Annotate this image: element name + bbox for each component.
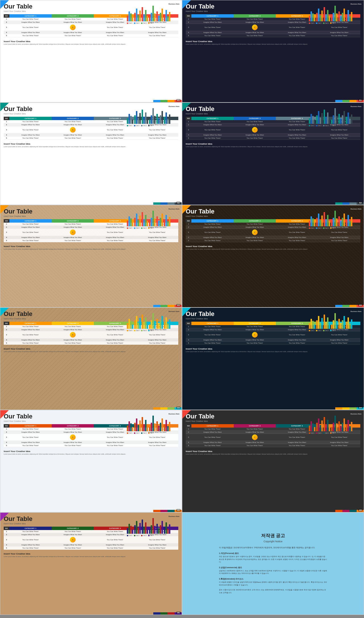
slide-10: Our Table Insert Your Creative Idea Busi… — [182, 410, 364, 512]
footer-text: Lorem ipsum dolor sit amet, consectetur … — [4, 43, 178, 45]
table-row: 5You Can Write There!You Can Write There… — [4, 34, 178, 37]
footer-title: Insert Your Creative Idea — [4, 40, 178, 43]
slides-grid: Our Table Insert Your Creative Idea Busi… — [0, 0, 364, 615]
th-no: NO — [4, 14, 9, 18]
table-row: 4Imagine What You WantImagine What You W… — [4, 31, 178, 34]
table-row: 4Imagine What You WantImagine What You W… — [186, 441, 360, 444]
slide-6: Our Table Insert Your Creative Idea Busi… — [182, 205, 364, 307]
th-cat2: CATEGORY 2 — [52, 14, 94, 18]
table-row: 4Imagine What You WantImagine What You W… — [186, 134, 360, 137]
slide-1: Our Table Insert Your Creative Idea Busi… — [0, 0, 182, 102]
table-row: 3You Can Write There!CYou Can Write Ther… — [4, 536, 178, 543]
th-cat1: CATEGORY 1 — [9, 14, 52, 18]
page-number: 01 — [176, 99, 181, 102]
table-row: 5You Can Write There!You Can Write There… — [4, 137, 178, 140]
copyright-subtitle: Copyright Notice — [264, 540, 283, 543]
table-row: 5You Can Write There!You Can Write There… — [4, 547, 178, 550]
table-row: 3You Can Write There!CYou Can Write Ther… — [186, 24, 360, 31]
slide-4: Our Table Insert Your Creative Idea Busi… — [182, 102, 364, 205]
table-row: 3You Can Write There!CYou Can Write Ther… — [4, 434, 178, 441]
table-row: 3You Can Write There!CYou Can Write Ther… — [4, 126, 178, 134]
slide-2: Our Table Insert Your Creative Idea Busi… — [182, 0, 364, 102]
table-row: 5You Can Write There!You Can Write There… — [4, 239, 178, 242]
table-row: 4Imagine What You WantImagine What You W… — [4, 338, 178, 342]
table-row: 4Imagine What You WantImagine What You W… — [186, 338, 360, 342]
chart-legend: Cat 1 Cat 2 Cat 3 Cat 4 — [127, 22, 179, 24]
slide-5: Our Table Insert Your Creative Idea Busi… — [0, 205, 182, 307]
table-row: 3You Can Write There!CYou Can Write Ther… — [4, 331, 178, 338]
slide-8: Our Table Insert Your Creative Idea Busi… — [182, 307, 364, 410]
corner-accent — [182, 0, 191, 9]
table-row: 4Imagine What You WantImagine What You W… — [186, 236, 360, 239]
table-row: 5You Can Write There!You Can Write There… — [186, 239, 360, 242]
table-row: 4Imagine What You WantImagine What You W… — [4, 441, 178, 444]
table-row: 4Imagine What You WantImagine What You W… — [4, 134, 178, 137]
slide-copyright: 저작권 공고 Copyright Notice 이 파일(제품)은 크리에이티브… — [182, 512, 364, 615]
copyright-body: 이 파일(제품)은 크리에이티브마켓에서 구매자에게 제공되며, 크리에이티브마… — [219, 546, 327, 594]
table-row: 5You Can Write There!You Can Write There… — [4, 342, 178, 345]
mini-chart — [127, 6, 179, 21]
corner-accent — [0, 0, 9, 9]
table-row: 5You Can Write There!You Can Write There… — [186, 342, 360, 345]
table-row: 5You Can Write There!You Can Write There… — [186, 137, 360, 140]
table-row: 3You Can Write There!CYou Can Write Ther… — [186, 126, 360, 134]
table-row: 4Imagine What You WantImagine What You W… — [4, 543, 178, 547]
table-row: 4Imagine What You WantImagine What You W… — [186, 31, 360, 34]
chart-container: Business Note Cat 1 Cat 2 Cat 3 Cat 4 — [127, 3, 179, 24]
copyright-title: 저작권 공고 — [261, 533, 285, 539]
table-row: 3You Can Write There!CYou Can Write Ther… — [186, 434, 360, 441]
table-row: 3You Can Write There!CYou Can Write Ther… — [4, 24, 178, 31]
business-note: Business Note — [127, 3, 179, 5]
table-row: 5You Can Write There!You Can Write There… — [186, 444, 360, 447]
slide-9: Our Table Insert Your Creative Idea Busi… — [0, 410, 182, 512]
footer-area: Insert Your Creative Idea Lorem ipsum do… — [4, 39, 178, 45]
table-row: 4Imagine What You WantImagine What You W… — [4, 236, 178, 239]
table-row: 5You Can Write There!You Can Write There… — [4, 444, 178, 447]
table-row: 3You Can Write There!CYou Can Write Ther… — [186, 229, 360, 236]
slide-7: Our Table Insert Your Creative Idea Busi… — [0, 307, 182, 410]
slide-3: Our Table Insert Your Creative Idea Busi… — [0, 102, 182, 205]
slide-11: Our Table Insert Your Creative Idea Busi… — [0, 512, 182, 615]
table-row: 3You Can Write There!CYou Can Write Ther… — [4, 229, 178, 236]
table-row: 5You Can Write There!You Can Write There… — [186, 34, 360, 37]
table-row: 3You Can Write There!CYou Can Write Ther… — [186, 331, 360, 338]
